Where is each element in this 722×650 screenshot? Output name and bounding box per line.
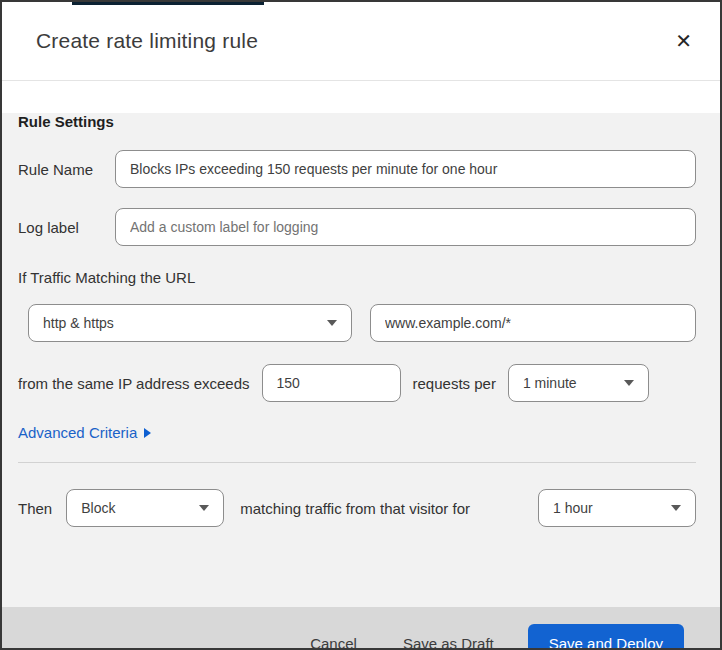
chevron-down-icon <box>199 505 209 511</box>
chevron-down-icon <box>624 380 634 386</box>
create-rate-limiting-rule-dialog: Create rate limiting rule ✕ Rule Setting… <box>0 0 722 650</box>
scheme-url-row: http & https <box>28 304 696 342</box>
rule-name-row: Rule Name <box>18 150 696 188</box>
advanced-criteria-label: Advanced Criteria <box>18 424 137 441</box>
duration-select-value: 1 hour <box>553 500 663 516</box>
log-label-label: Log label <box>18 219 115 236</box>
action-middle-label: matching traffic from that visitor for <box>240 500 470 517</box>
threshold-prefix-label: from the same IP address exceeds <box>18 375 250 392</box>
scheme-select[interactable]: http & https <box>28 304 352 342</box>
rule-settings-heading: Rule Settings <box>18 113 696 130</box>
dialog-body: Rule Settings Rule Name Log label If Tra… <box>2 113 720 607</box>
dialog-header: Create rate limiting rule ✕ <box>2 2 720 81</box>
chevron-right-icon <box>144 428 151 438</box>
section-divider <box>18 462 696 463</box>
background-page-strip <box>72 2 264 5</box>
rule-name-input[interactable] <box>115 150 696 188</box>
rule-name-label: Rule Name <box>18 161 115 178</box>
period-select[interactable]: 1 minute <box>508 364 649 402</box>
request-threshold-input[interactable] <box>262 364 401 402</box>
period-select-value: 1 minute <box>523 375 616 391</box>
then-label: Then <box>18 500 52 517</box>
log-label-row: Log label <box>18 208 696 246</box>
close-icon[interactable]: ✕ <box>669 27 698 55</box>
cancel-button[interactable]: Cancel <box>300 627 367 650</box>
dialog-footer: Cancel Save as Draft Save and Deploy <box>2 607 720 650</box>
threshold-suffix-label: requests per <box>413 375 496 392</box>
traffic-match-intro: If Traffic Matching the URL <box>18 269 696 286</box>
log-label-input[interactable] <box>115 208 696 246</box>
url-pattern-input[interactable] <box>370 304 696 342</box>
duration-select[interactable]: 1 hour <box>538 489 696 527</box>
scheme-select-value: http & https <box>43 315 319 331</box>
chevron-down-icon <box>671 505 681 511</box>
action-select-value: Block <box>81 500 191 516</box>
save-as-draft-button[interactable]: Save as Draft <box>393 627 504 650</box>
action-row: Then Block matching traffic from that vi… <box>18 489 696 527</box>
dialog-title: Create rate limiting rule <box>36 29 258 53</box>
save-and-deploy-button[interactable]: Save and Deploy <box>528 624 684 650</box>
action-select[interactable]: Block <box>66 489 224 527</box>
threshold-row: from the same IP address exceeds request… <box>18 364 696 402</box>
advanced-criteria-link[interactable]: Advanced Criteria <box>18 424 151 441</box>
chevron-down-icon <box>327 320 337 326</box>
